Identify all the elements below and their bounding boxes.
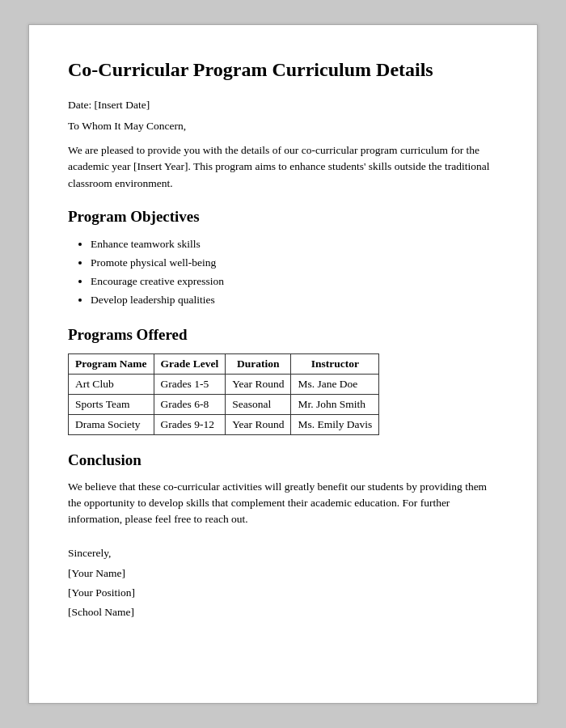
table-header-row: Program NameGrade LevelDurationInstructo…: [69, 353, 379, 374]
objective-item: Encourage creative expression: [91, 273, 498, 291]
table-column-header: Grade Level: [154, 353, 226, 374]
table-cell: Art Club: [69, 374, 154, 394]
table-cell: Ms. Emily Davis: [291, 414, 379, 434]
objectives-list: Enhance teamwork skillsPromote physical …: [68, 235, 498, 310]
document-title: Co-Curricular Program Curriculum Details: [68, 57, 498, 83]
objective-item: Enhance teamwork skills: [91, 235, 498, 254]
table-cell: Sports Team: [69, 394, 154, 414]
table-header: Program NameGrade LevelDurationInstructo…: [69, 353, 379, 374]
table-body: Art ClubGrades 1-5Year RoundMs. Jane Doe…: [69, 374, 379, 434]
table-cell: Ms. Jane Doe: [291, 374, 379, 394]
closing-name: [Your Name]: [68, 564, 498, 583]
table-cell: Grades 6-8: [154, 394, 226, 414]
table-column-header: Instructor: [291, 353, 379, 374]
table-column-header: Program Name: [69, 353, 154, 374]
table-cell: Drama Society: [69, 414, 154, 434]
date-line: Date: [Insert Date]: [68, 99, 498, 112]
objective-item: Promote physical well-being: [91, 254, 498, 273]
table-cell: Seasonal: [226, 394, 291, 414]
programs-heading: Programs Offered: [68, 326, 498, 344]
table-cell: Grades 1-5: [154, 374, 226, 394]
programs-table: Program NameGrade LevelDurationInstructo…: [68, 353, 379, 435]
objectives-heading: Program Objectives: [68, 208, 498, 226]
table-row: Sports TeamGrades 6-8SeasonalMr. John Sm…: [69, 394, 379, 414]
intro-paragraph: We are pleased to provide you with the d…: [68, 142, 498, 192]
table-column-header: Duration: [226, 353, 291, 374]
document-page: Co-Curricular Program Curriculum Details…: [28, 24, 538, 704]
closing-school: [School Name]: [68, 603, 498, 622]
objective-item: Develop leadership qualities: [91, 291, 498, 310]
salutation: To Whom It May Concern,: [68, 120, 498, 133]
closing-sincerely: Sincerely,: [68, 544, 498, 563]
table-cell: Mr. John Smith: [291, 394, 379, 414]
table-cell: Year Round: [226, 374, 291, 394]
programs-section: Programs Offered Program NameGrade Level…: [68, 326, 498, 435]
table-row: Art ClubGrades 1-5Year RoundMs. Jane Doe: [69, 374, 379, 394]
table-cell: Year Round: [226, 414, 291, 434]
table-cell: Grades 9-12: [154, 414, 226, 434]
closing-position: [Your Position]: [68, 583, 498, 603]
closing-block: Sincerely, [Your Name] [Your Position] […: [68, 544, 498, 622]
conclusion-text: We believe that these co-curricular acti…: [68, 479, 498, 528]
conclusion-heading: Conclusion: [68, 451, 498, 469]
conclusion-section: Conclusion We believe that these co-curr…: [68, 451, 498, 528]
table-row: Drama SocietyGrades 9-12Year RoundMs. Em…: [69, 414, 379, 434]
